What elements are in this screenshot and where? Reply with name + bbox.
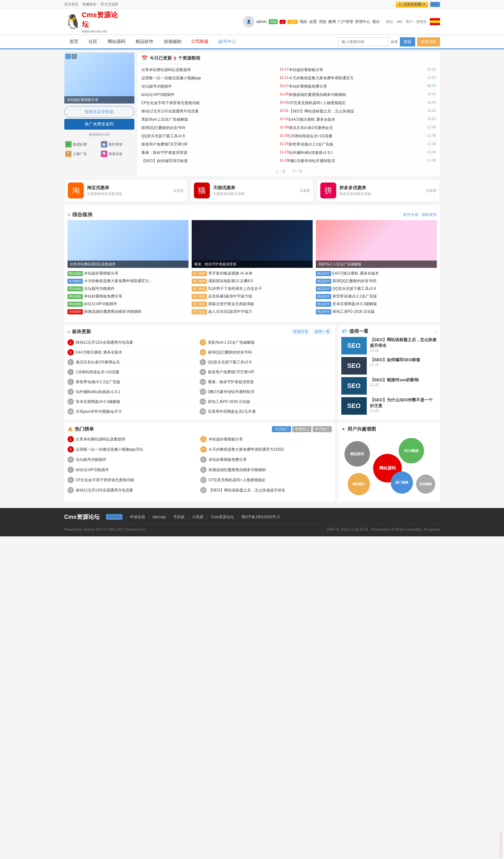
hot-link[interactable]: dz论坛VIP功能插件 (76, 467, 109, 473)
comp-link[interactable]: 论坛靓号功能插件 (84, 286, 114, 291)
quick-link-4[interactable]: 💎 资源丰富 (100, 150, 134, 158)
vip-btn[interactable]: ✦+充值有奖赠+✦ (396, 1, 428, 7)
resource-link[interactable]: 论坛靓号功能插件 (141, 84, 278, 89)
update-link[interactable]: 获得QQ已删除的好友号码 (208, 350, 252, 355)
update-link[interactable]: 0撸2月豪华绿钻开通秒取消 (208, 389, 254, 395)
interest-bubble[interactable]: SEO教程 (399, 438, 424, 464)
tmall-btn[interactable]: 去逛逛 (300, 188, 310, 193)
sitemap-link[interactable]: sitemap (153, 515, 166, 519)
comp-link[interactable]: 谍剧现实电影第13 豆瓣8.5 (208, 278, 253, 284)
hot-tab-today[interactable]: 今日热门 (272, 426, 291, 432)
slide-dot-1[interactable]: 1 (65, 54, 71, 59)
comp-link[interactable]: 李开复40集超视频 AI·未来 (208, 271, 253, 276)
resource-link[interactable]: 玩外服BiuBiu加速器v1.9.1 (289, 150, 425, 155)
resource-link[interactable]: dz论坛VIP功能插件 (141, 92, 278, 97)
update-link[interactable]: QQ音乐无损下载工具v2.6 (208, 360, 251, 365)
interest-bubble[interactable]: 精品图片 (348, 473, 370, 495)
nav-item-numbers[interactable]: 靓号中心 (213, 35, 241, 48)
resource-link[interactable]: 1月咪咕阅读会员+1G流量 (289, 134, 425, 139)
comp-link[interactable]: 新世界动漫v3.2.2去广告版 (332, 293, 377, 299)
shop-tmall[interactable]: 猫 天猫优惠券 大额券发放购买省钱 去逛逛 (190, 179, 314, 202)
worth-item-title[interactable]: 【SEO】链接对seo的影响 (370, 377, 419, 382)
resource-link[interactable]: 毒液：致命守护者超清资源 (141, 150, 278, 155)
next-page-link[interactable]: 下一页 (292, 169, 303, 174)
hot-tab-month[interactable]: 本月热门 (312, 426, 332, 432)
cms-link[interactable]: Cms资源论坛 (211, 514, 234, 520)
update-link[interactable]: 美剧鸟v4.1.52去广告破解版 (208, 340, 255, 345)
update-link[interactable]: 新世界动漫v3.2.2去广告版 (76, 379, 121, 385)
pdd-btn[interactable]: 去逛逛 (426, 188, 437, 193)
search-button[interactable]: 搜索 (400, 37, 415, 46)
update-link[interactable]: 玩外服BiuBiu加速器v1.9.1 (76, 389, 120, 395)
resource-link[interactable]: 本站好看模板免费分享 (289, 84, 425, 89)
portal-link[interactable]: 门户管理 (338, 19, 353, 25)
slideshow[interactable]: 1 2 本站超好看模板分享 (64, 52, 134, 104)
comp-link[interactable]: QQ音乐无损下载工具v2.6 (332, 286, 376, 291)
comp-link[interactable]: 刺激战场狂魔透视自瞄多功能辅助 (84, 309, 141, 314)
hot-link[interactable]: 运营吸一比一仿微信直播小视频app浮出 (76, 447, 143, 452)
update-link[interactable]: 毒液：致命守护者超清资源 (208, 379, 254, 385)
slide-dot-2[interactable]: 2 (72, 54, 77, 59)
taobao-btn[interactable]: 去逛逛 (173, 188, 184, 193)
update-link[interactable]: 京东plus华华为视频vip月卡 (76, 409, 122, 415)
interest-bubble[interactable]: 其他编辑 (416, 474, 435, 494)
hot-link[interactable]: 今天的教程是教大家免费申请联通官方15552 (209, 447, 284, 452)
resource-link[interactable]: 【SEO】如何编写SEO标签 (141, 158, 278, 164)
update-link[interactable]: 安卓百度网盘v9.0.2破解版 (76, 399, 121, 405)
resource-link[interactable]: 0撸2月豪华绿钻开通秒取消 (289, 158, 425, 164)
resource-link[interactable]: 激活京东白条2月微博会员 (289, 125, 425, 131)
hot-link[interactable]: 出售本站整站源码以及数据库 (76, 437, 125, 442)
comp-link[interactable]: 抓包工具FD 2018.汉化版 (332, 309, 375, 314)
bookmark-link[interactable]: 收藏本站 (82, 2, 96, 6)
comp-link[interactable]: 超人总动员2超清中字猛力 (208, 309, 253, 314)
resource-link[interactable]: 运营吸一比一仿微信直播小视频app (141, 75, 278, 81)
hot-link[interactable]: 刺激战场狂魔透视自瞄多功能辅助 (209, 467, 266, 473)
resource-link[interactable]: 新世界动漫v3.2.2去广告版 (289, 142, 425, 147)
my-link[interactable]: 我的 (300, 19, 307, 25)
interest-bubble[interactable]: 精品软件 (345, 441, 370, 467)
feed-link[interactable]: 微博 (328, 19, 336, 25)
update-link[interactable]: 激活京东白条2月微博会员 (76, 360, 120, 365)
comp-thumb[interactable]: 美剧鸟v1.1.52去广告破解版 (316, 220, 437, 268)
nav-item-software[interactable]: 精品软件 (131, 35, 158, 48)
hot-link[interactable]: 【SEO】网站该标题之后，怎么快速提升排名 (209, 488, 285, 493)
resource-link[interactable]: 移动12元开12G全国通用月包流量 (141, 109, 278, 114)
news-link[interactable]: 消息 (319, 19, 326, 25)
submit-btn[interactable]: 投稿无花夺奖励 (64, 106, 134, 118)
comp-thumb[interactable]: 出售本站整站源码以及数据库 (67, 220, 188, 268)
icp-btn[interactable]: 在线反馈 (106, 514, 123, 520)
update-link[interactable]: 移动12元开12G全国通用月包流量 (76, 340, 133, 345)
shop-taobao[interactable]: 淘 淘宝优惠券 正版购物领券优惠省钱 去逛逛 (64, 179, 187, 202)
resource-link[interactable]: CF生化金字塔子弹穿墙无透视功能 (141, 100, 278, 106)
fast-nav-button[interactable]: 快速导航 (417, 37, 440, 46)
nav-item-community[interactable]: 社区 (83, 35, 103, 48)
hot-tab-week[interactable]: 本周热门 (292, 426, 311, 432)
shop-pdd[interactable]: 拼 拼多多优惠券 拼多多发放购买省钱 去逛逛 (317, 179, 440, 202)
nav-item-sources[interactable]: 网站源码 (103, 35, 131, 48)
comp-link[interactable]: 51岁男子下迷药便衣上百名女子 (208, 286, 262, 291)
hot-link[interactable]: 移动12元开12G全国通用月包流量 (76, 488, 133, 493)
resource-link[interactable]: E4A万能注册机 通杀全版本 (289, 117, 425, 122)
comp-link[interactable]: dz论坛VIP功能插件 (84, 301, 117, 307)
update-link[interactable]: 抓包工具FD 2018.汉化版 (208, 399, 250, 405)
resource-link[interactable]: CF完美无视机器码+人物透视稳定 (289, 100, 425, 106)
friend-link[interactable]: 申请友链 (130, 514, 145, 520)
hot-link[interactable]: 本站好看模板免费分享 (209, 457, 247, 463)
hot-link[interactable]: CF完美无视机器码+人物透视稳定 (209, 478, 265, 483)
source-news-link[interactable]: 源码资讯 (422, 212, 437, 217)
update-tab-resources[interactable]: 资源分享 (291, 328, 310, 335)
comp-link[interactable]: 新版古惑仔黄金兄弟超清版 (208, 301, 254, 307)
update-link[interactable]: E4A万能注册机 通杀全版本 (76, 350, 122, 355)
comp-link[interactable]: E4A万能注册机 通杀全版本 (332, 271, 379, 276)
prev-page-link[interactable]: 上一页 (275, 169, 286, 174)
resource-link[interactable]: 今天的教程是教大家免费申请联通官方 (289, 75, 425, 81)
quick-link-1[interactable]: ✓ 能进好看 (64, 140, 99, 148)
comp-link[interactable]: 获得QQ已删除的好友号码 (332, 278, 377, 284)
resource-link[interactable]: 出售本站整站源码以及数据库 (141, 67, 278, 73)
resource-link[interactable]: 美剧鸟v4.1.52去广告破解版 (141, 117, 278, 122)
software-repo-link[interactable]: 软件仓库 (403, 212, 418, 217)
group-link[interactable]: 官方交流群 (101, 2, 118, 6)
icp-link[interactable]: 蜀ICP备18016262号-3 (241, 514, 279, 520)
nav-item-games[interactable]: 游戏辅助 (158, 35, 187, 48)
comp-link[interactable]: 反贪风暴3超清中字猛力链 (208, 293, 253, 299)
